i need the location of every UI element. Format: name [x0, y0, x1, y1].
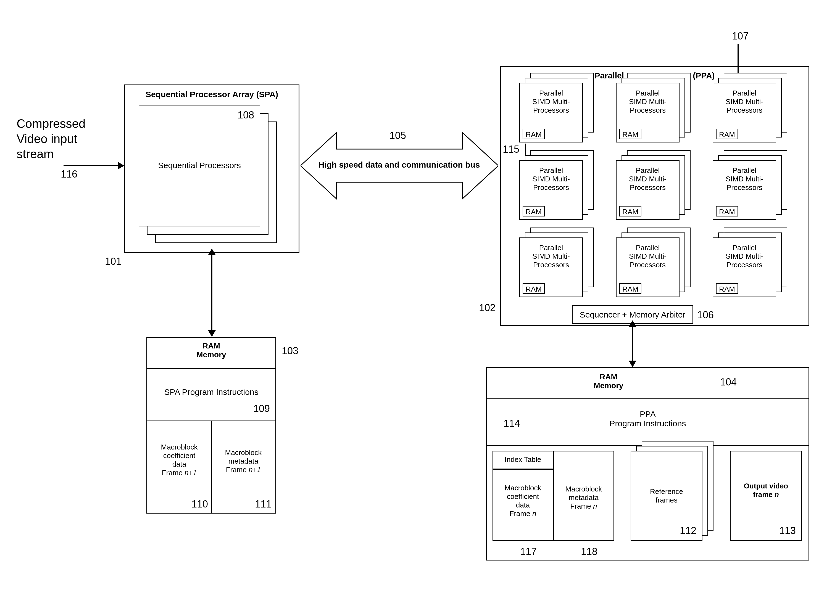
spa-proc-label: Sequential Processors: [139, 161, 260, 170]
ram-right-prog: PPA Program Instructions: [487, 409, 809, 428]
ref-110: 110: [191, 499, 208, 510]
ppa-node: Parallel SIMD Multi- Processors RAM: [713, 83, 790, 144]
ref-113: 113: [779, 525, 796, 537]
ram-right: RAM Memory 104 PPA Program Instructions …: [486, 367, 809, 560]
spa-sequential-processors: 108 Sequential Processors: [139, 105, 288, 243]
ref-105: 105: [384, 130, 411, 141]
ram-right-refframes: Reference frames 112: [631, 451, 719, 541]
ref-112: 112: [680, 525, 696, 537]
ram-left-title: RAM Memory: [147, 342, 275, 359]
ref-118: 118: [581, 546, 598, 557]
ref-108: 108: [238, 109, 254, 121]
input-stream-label: Compressed Video input stream: [16, 116, 122, 161]
ram-right-output: Output video frame n 113: [730, 451, 802, 541]
ppa-node: Parallel SIMD Multi- Processors RAM: [519, 160, 597, 221]
bus-label: High speed data and communication bus: [312, 160, 486, 170]
ref-109: 109: [253, 403, 270, 414]
ref-102: 102: [479, 302, 496, 314]
ppa-node: Parallel SIMD Multi- Processors RAM: [616, 160, 693, 221]
ram-left-meta: Macroblock metadata Frame n+1: [211, 440, 275, 474]
ram-right-title: RAM Memory: [581, 373, 636, 390]
ref-103: 103: [282, 345, 298, 357]
ppa-node: Parallel SIMD Multi- Processors RAM: [616, 238, 693, 298]
ppa-node: Parallel SIMD Multi- Processors RAM: [713, 238, 790, 298]
ppa-node: Parallel SIMD Multi- Processors RAM: [519, 238, 597, 298]
ref-115: 115: [503, 144, 519, 155]
ref-101: 101: [105, 256, 122, 267]
spa-title: Sequential Processor Array (SPA): [125, 90, 299, 99]
ram-right-meta: Macroblock metadata Frame n: [554, 476, 614, 510]
ref-104: 104: [720, 376, 737, 388]
ppa-grid: Parallel SIMD Multi- Processors RAM Para…: [519, 83, 796, 301]
ref-116: 116: [61, 169, 77, 180]
ref-111: 111: [255, 499, 272, 510]
ref-107: 107: [732, 30, 749, 42]
ram-left: RAM Memory SPA Program Instructions 109 …: [146, 337, 276, 513]
ram-right-coef: Macroblock coefficient data Frame n: [493, 475, 553, 518]
ram-right-index: Index Table: [493, 455, 553, 464]
ref-106: 106: [697, 309, 714, 321]
ppa-node: Parallel SIMD Multi- Processors RAM: [616, 83, 693, 144]
ram-left-coef: Macroblock coefficient data Frame n+1: [147, 434, 211, 477]
ref-114: 114: [504, 418, 520, 429]
ppa-node: Parallel SIMD Multi- Processors RAM: [519, 83, 597, 144]
ref-117: 117: [520, 546, 537, 557]
ppa-node: Parallel SIMD Multi- Processors RAM: [713, 160, 790, 221]
ram-left-prog: SPA Program Instructions: [147, 387, 275, 397]
